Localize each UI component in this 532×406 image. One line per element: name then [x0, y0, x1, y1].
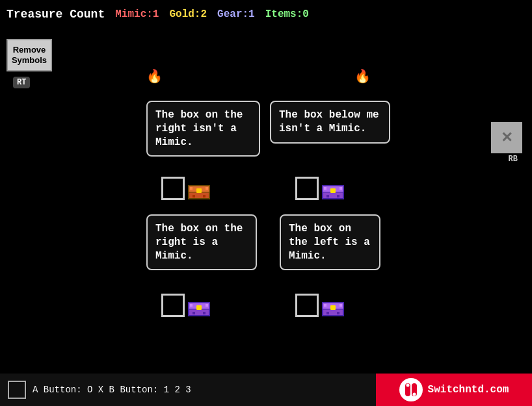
treasure-group-row1-left [161, 177, 211, 200]
chest-treasure-4[interactable] [321, 294, 345, 317]
speech-bubble-bottom-left: The box on the right is a Mimic. [146, 214, 257, 270]
speech-bubble-top-left: The box on the right isn't a Mimic. [146, 101, 260, 157]
rt-label: RT [13, 77, 30, 88]
nintendo-badge: Switchntd.com [376, 374, 532, 406]
svg-rect-5 [193, 195, 195, 197]
chest-treasure-3[interactable] [187, 294, 211, 317]
flame-icon-2: 🔥 [354, 68, 371, 84]
svg-rect-19 [193, 312, 195, 314]
svg-rect-3 [190, 187, 193, 190]
treasure-group-row2-right [295, 294, 345, 317]
svg-rect-4 [206, 187, 208, 190]
nintendo-badge-text: Switchntd.com [428, 384, 509, 396]
button-instructions: A Button: O X B Button: 1 2 3 [33, 385, 191, 395]
remove-symbols-button[interactable]: RemoveSymbols [7, 39, 52, 71]
flame-icon-1: 🔥 [146, 68, 163, 84]
gold-stat: Gold:2 [169, 8, 207, 20]
svg-rect-9 [330, 188, 336, 193]
svg-rect-17 [190, 304, 193, 307]
items-stat: Items:0 [265, 8, 309, 20]
svg-rect-13 [337, 195, 339, 197]
svg-rect-18 [206, 304, 208, 307]
chest-treasure-1[interactable] [187, 177, 211, 200]
x-icon: ✕ [501, 129, 512, 146]
svg-rect-12 [326, 195, 329, 197]
speech-bubble-top-right: The box below me isn't a Mimic. [270, 101, 390, 144]
svg-rect-23 [330, 305, 336, 310]
switch-logo-icon [399, 378, 423, 401]
svg-point-31 [406, 384, 409, 387]
chest-empty-1[interactable] [161, 177, 185, 200]
svg-rect-25 [339, 304, 342, 307]
treasure-group-row1-right [295, 177, 345, 200]
chest-empty-4[interactable] [295, 294, 319, 317]
chest-treasure-2[interactable] [321, 177, 345, 200]
svg-rect-27 [337, 312, 339, 314]
svg-rect-26 [326, 312, 329, 314]
svg-rect-10 [324, 187, 326, 190]
svg-rect-24 [324, 304, 326, 307]
svg-point-28 [402, 381, 420, 399]
svg-rect-2 [196, 188, 202, 193]
svg-point-32 [412, 393, 416, 396]
svg-rect-20 [203, 312, 206, 314]
chest-empty-3[interactable] [161, 294, 185, 317]
svg-rect-11 [339, 187, 342, 190]
svg-rect-16 [196, 305, 202, 310]
treasure-group-row2-left [161, 294, 211, 317]
a-button-box[interactable] [8, 381, 26, 399]
mimic-stat: Mimic:1 [115, 8, 159, 20]
page-title: Treasure Count [7, 8, 105, 21]
chest-empty-2[interactable] [295, 177, 319, 200]
gear-stat: Gear:1 [217, 8, 255, 20]
rb-label: RB [509, 155, 518, 164]
header: Treasure Count Mimic:1 Gold:2 Gear:1 Ite… [0, 0, 532, 28]
speech-bubble-bottom-right: The box on the left is a Mimic. [280, 214, 380, 270]
svg-rect-6 [203, 195, 206, 197]
rb-button[interactable]: ✕ [491, 122, 522, 153]
